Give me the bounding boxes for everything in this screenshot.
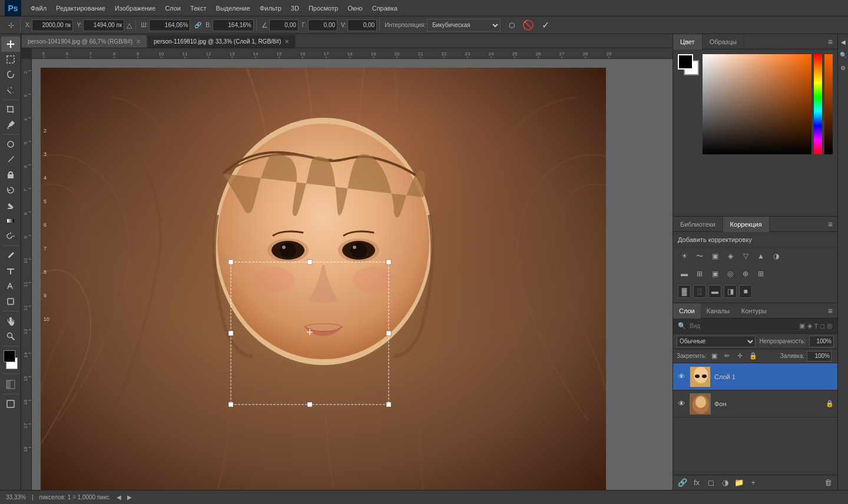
layer-row-1[interactable]: 👁 Слой 1 <box>673 363 837 390</box>
pen-tool[interactable] <box>1 248 20 263</box>
swatches-tab[interactable]: Образцы <box>703 34 744 49</box>
gradient-tool[interactable] <box>1 213 20 228</box>
layer-delete-btn[interactable]: 🗑 <box>822 477 834 489</box>
layers-panel-options[interactable]: ≡ <box>823 306 837 316</box>
layers-tab-contours[interactable]: Контуры <box>736 303 773 319</box>
layer-effects-btn[interactable]: fx <box>691 477 703 489</box>
layer-row-bg[interactable]: 👁 Фон 🔒 <box>673 390 837 417</box>
y-input[interactable] <box>83 19 124 31</box>
layer-1-visibility[interactable]: 👁 <box>677 372 686 382</box>
menu-window[interactable]: Окно <box>343 0 367 16</box>
status-arrow-right[interactable]: ▶ <box>127 494 132 500</box>
grid-corr-icon[interactable]: ⊞ <box>754 267 767 280</box>
color-tab[interactable]: Цвет <box>673 34 703 49</box>
dodge-tool[interactable] <box>1 228 20 244</box>
shadow2-icon[interactable]: ░ <box>693 285 706 298</box>
layer-filter-pixel[interactable]: ▣ <box>799 322 805 330</box>
blend-mode-select[interactable]: Обычные Растворение Умножение Осветление <box>677 336 756 347</box>
color-gradient[interactable] <box>703 54 811 154</box>
type-tool[interactable] <box>1 263 20 278</box>
menu-edit[interactable]: Редактирование <box>51 0 110 16</box>
v-input[interactable] <box>347 19 377 31</box>
menu-image[interactable]: Изображение <box>110 0 160 16</box>
menu-3d[interactable]: 3D <box>286 0 304 16</box>
brightness-corr-icon[interactable]: ☀ <box>678 250 691 263</box>
w-input[interactable] <box>149 19 190 31</box>
selectivecolor-icon[interactable]: ■ <box>739 285 752 298</box>
options-mini-btn[interactable]: ⚙ <box>838 62 849 73</box>
status-arrow-left[interactable]: ◀ <box>117 494 121 500</box>
layer-new-btn[interactable]: + <box>747 477 759 489</box>
layer-link-btn[interactable]: 🔗 <box>677 477 688 489</box>
color-panel-options[interactable]: ≡ <box>823 37 837 47</box>
layers-search-input[interactable] <box>690 323 796 329</box>
layer-adj-btn[interactable]: ◑ <box>719 477 731 489</box>
opacity-input[interactable] <box>809 336 834 347</box>
brush-tool[interactable] <box>1 152 20 167</box>
invert-corr-icon[interactable]: ⊞ <box>693 267 706 280</box>
select-rect-tool[interactable] <box>1 52 20 67</box>
hand-tool[interactable] <box>1 313 20 329</box>
confirm-transform-btn[interactable]: ✓ <box>538 18 554 33</box>
eraser-tool[interactable] <box>1 198 20 213</box>
exposure-corr-icon[interactable]: ▣ <box>708 250 721 263</box>
x-input[interactable] <box>32 19 73 31</box>
panel-toggle-btn[interactable]: ◀ <box>838 37 849 47</box>
lock-pixels-btn[interactable]: ✏ <box>722 351 733 362</box>
color-spectrum[interactable] <box>814 54 822 154</box>
shadow-icon[interactable]: ▓ <box>678 285 691 298</box>
hsl-corr-icon[interactable]: ▽ <box>739 250 752 263</box>
lock-transparent-btn[interactable]: ▣ <box>709 351 720 362</box>
magic-wand-tool[interactable] <box>1 82 20 98</box>
tab-0[interactable]: person-1041904.jpg @ 66,7% (RGB/8#) ✕ <box>21 35 147 48</box>
menu-layers[interactable]: Слои <box>160 0 186 16</box>
path-select-tool[interactable] <box>1 278 20 294</box>
layers-tab-layers[interactable]: Слои <box>673 303 701 319</box>
libraries-tab[interactable]: Библиотеки <box>673 217 723 232</box>
layer-filter-shape[interactable]: □ <box>820 323 824 330</box>
move-tool[interactable] <box>1 37 20 52</box>
h-input[interactable] <box>213 19 254 31</box>
cancel-transform-btn[interactable]: 🚫 <box>521 18 536 33</box>
tab-1[interactable]: person-1169810.jpg @ 33,3% (Слой 1, RGB/… <box>147 35 296 48</box>
vibrance-corr-icon[interactable]: ◈ <box>724 250 737 263</box>
posterize-corr-icon[interactable]: ▣ <box>708 267 721 280</box>
tab-1-close[interactable]: ✕ <box>284 38 289 45</box>
menu-text[interactable]: Текст <box>186 0 211 16</box>
layers-tab-channels[interactable]: Каналы <box>701 303 736 319</box>
curves-corr-icon[interactable]: 〜 <box>693 250 706 263</box>
layer-bg-visibility[interactable]: 👁 <box>677 399 686 409</box>
search-btn[interactable]: 🔍 <box>838 49 849 60</box>
colorlookup-icon[interactable]: ⊕ <box>739 267 752 280</box>
layer-mask-btn[interactable]: ◻ <box>705 477 717 489</box>
lock-position-btn[interactable]: ✛ <box>735 351 746 362</box>
interp-select[interactable]: Бикубическая Билинейная Ближайший пиксел… <box>427 19 501 32</box>
threshold-icon[interactable]: ◨ <box>724 285 737 298</box>
layer-filter-smart[interactable]: ◎ <box>827 322 833 330</box>
angle-input[interactable] <box>269 19 299 31</box>
menu-file[interactable]: Файл <box>26 0 51 16</box>
link-wh-btn[interactable]: 🔗 <box>191 19 204 32</box>
transform-mode-btn[interactable]: ⊹ <box>5 19 18 32</box>
lasso-tool[interactable] <box>1 67 20 82</box>
foreground-color-swatch[interactable] <box>4 350 15 362</box>
menu-select[interactable]: Выделение <box>211 0 255 16</box>
menu-help[interactable]: Справка <box>367 0 402 16</box>
menu-filter[interactable]: Фильтр <box>255 0 286 16</box>
levels-corr-icon[interactable]: ▬ <box>678 267 691 280</box>
menu-view[interactable]: Просмотр <box>304 0 343 16</box>
quick-mask-btn[interactable] <box>1 377 20 392</box>
camera-raw-icon[interactable]: ◎ <box>724 267 737 280</box>
bw-corr-icon[interactable]: ◑ <box>770 250 783 263</box>
color-secondary-spectrum[interactable] <box>824 54 833 154</box>
shape-tool[interactable] <box>1 294 20 309</box>
color-swatches[interactable] <box>1 350 20 369</box>
fill-input[interactable] <box>807 351 832 362</box>
colorbalance-corr-icon[interactable]: ▲ <box>754 250 767 263</box>
gradient-map-icon[interactable]: ▬ <box>708 285 721 298</box>
angle2-input[interactable] <box>308 19 337 31</box>
layer-filter-type[interactable]: T <box>814 323 819 330</box>
lock-all-btn[interactable]: 🔒 <box>748 351 758 362</box>
layer-group-btn[interactable]: 📁 <box>733 477 745 489</box>
eyedropper-tool[interactable] <box>1 117 20 132</box>
